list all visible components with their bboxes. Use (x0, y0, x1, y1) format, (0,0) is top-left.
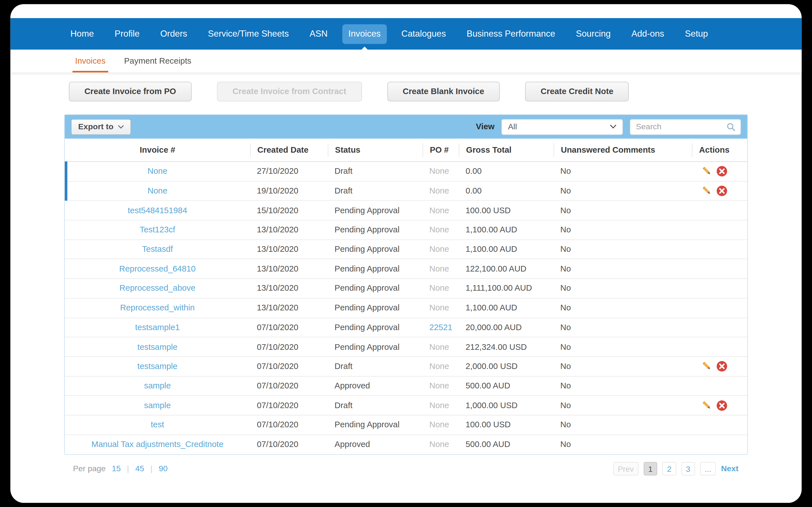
export-to-button[interactable]: Export to (71, 119, 131, 135)
invoice-link[interactable]: sample (144, 401, 171, 410)
table-row: testsample 07/10/2020 Pending Approval N… (65, 337, 748, 357)
column-header-invoice[interactable]: Invoice # (65, 144, 250, 157)
table-row: sample 07/10/2020 Approved None 500.00 A… (65, 376, 748, 396)
gross-total-cell: 212,324.00 USD (459, 342, 553, 351)
invoice-link[interactable]: Reprocessed_64810 (119, 264, 196, 274)
unanswered-comments-cell: No (553, 225, 692, 235)
create-blank-invoice-button[interactable]: Create Blank Invoice (387, 82, 500, 101)
invoice-link[interactable]: sample (144, 381, 171, 391)
po-number[interactable]: 22521 (429, 323, 453, 332)
invoice-link[interactable]: testsample1 (135, 323, 180, 332)
per-page-option-15[interactable]: 15 (112, 464, 121, 473)
nav-item-service-time-sheets[interactable]: Service/Time Sheets (202, 24, 295, 44)
invoice-link[interactable]: None (147, 167, 167, 176)
nav-item-catalogues[interactable]: Catalogues (395, 24, 452, 44)
invoice-number-cell: Reprocessed_within (65, 303, 250, 313)
edit-invoice-icon[interactable] (701, 400, 712, 411)
nav-item-business-performance[interactable]: Business Performance (460, 24, 561, 44)
per-page-option-90[interactable]: 90 (159, 464, 168, 473)
pagination-prev-button[interactable]: Prev (613, 462, 639, 476)
column-header-created-date[interactable]: Created Date (250, 144, 328, 157)
pagination-ellipsis[interactable]: ... (700, 462, 716, 476)
column-header-status[interactable]: Status (328, 144, 423, 157)
delete-invoice-icon[interactable] (716, 400, 727, 411)
per-page-option-45[interactable]: 45 (135, 464, 144, 473)
status-cell: Pending Approval (328, 323, 423, 332)
invoice-link[interactable]: test5484151984 (128, 206, 187, 215)
gross-total-cell: 1,100.00 AUD (459, 225, 553, 235)
column-header-gross-total[interactable]: Gross Total (459, 144, 553, 157)
invoice-link[interactable]: Testasdf (142, 245, 173, 254)
status-cell: Pending Approval (328, 303, 423, 313)
create-buttons-bar: Create Invoice from POCreate Invoice fro… (69, 82, 748, 101)
table-row: Reprocessed_64810 13/10/2020 Pending App… (65, 260, 748, 279)
po-number-cell: None (423, 245, 459, 254)
delete-invoice-icon[interactable] (716, 361, 727, 372)
invoice-link[interactable]: test (151, 420, 164, 430)
invoice-link[interactable]: testsample (137, 342, 177, 351)
pagination-page-2[interactable]: 2 (663, 462, 676, 476)
po-number: None (429, 225, 449, 234)
search-input[interactable] (636, 122, 726, 131)
status-cell: Pending Approval (328, 206, 423, 215)
column-header-unanswered-comments[interactable]: Unanswered Comments (553, 144, 692, 157)
create-credit-note-button[interactable]: Create Credit Note (525, 82, 629, 101)
po-number-cell: None (423, 342, 459, 351)
edit-invoice-icon[interactable] (701, 185, 712, 196)
edit-invoice-icon[interactable] (701, 361, 712, 372)
invoice-number-cell: None (65, 186, 250, 195)
status-cell: Pending Approval (328, 420, 423, 430)
invoice-link[interactable]: None (147, 186, 167, 195)
nav-item-invoices[interactable]: Invoices (342, 24, 387, 44)
invoice-link[interactable]: testsample (137, 362, 177, 371)
gross-total-cell: 0.00 (459, 167, 553, 176)
created-date-cell: 07/10/2020 (250, 342, 328, 351)
gross-total-cell: 1,111,100.00 AUD (459, 284, 553, 293)
nav-item-orders[interactable]: Orders (154, 24, 194, 44)
status-cell: Pending Approval (328, 225, 423, 235)
nav-item-sourcing[interactable]: Sourcing (570, 24, 617, 44)
search-icon[interactable] (726, 122, 736, 132)
nav-item-setup[interactable]: Setup (679, 24, 714, 44)
invoices-table-card: Export to View All (64, 114, 748, 455)
po-number: None (429, 342, 449, 351)
subnav-item-payment-receipts[interactable]: Payment Receipts (124, 50, 191, 72)
nav-item-add-ons[interactable]: Add-ons (625, 24, 670, 44)
table-header: Invoice # Created Date Status PO # Gross… (65, 138, 748, 162)
column-header-po-number[interactable]: PO # (423, 144, 459, 157)
edit-invoice-icon[interactable] (701, 166, 712, 177)
invoice-number-cell: sample (65, 381, 250, 391)
gross-total-cell: 20,000.00 AUD (459, 323, 553, 332)
nav-item-profile[interactable]: Profile (109, 24, 146, 44)
created-date-cell: 13/10/2020 (250, 284, 328, 293)
po-number-cell: None (423, 186, 459, 195)
nav-item-asn[interactable]: ASN (303, 24, 334, 44)
subnav-item-invoices[interactable]: Invoices (75, 50, 105, 72)
main-nav-items: HomeProfileOrdersService/Time SheetsASNI… (10, 24, 714, 44)
po-number: None (429, 245, 449, 253)
pagination: Prev 1 2 3 ... Next (613, 462, 739, 476)
invoice-number-cell: test5484151984 (65, 206, 250, 215)
table-row: sample 07/10/2020 Draft None 1,000.00 US… (65, 396, 748, 415)
pagination-page-1[interactable]: 1 (644, 462, 657, 476)
po-number: None (429, 206, 449, 215)
status-cell: Approved (328, 381, 423, 391)
export-to-label: Export to (78, 122, 113, 131)
invoice-link[interactable]: Test123cf (140, 225, 175, 235)
pagination-page-3[interactable]: 3 (681, 462, 695, 476)
create-invoice-from-po-button[interactable]: Create Invoice from PO (69, 82, 192, 101)
nav-item-home[interactable]: Home (64, 24, 100, 44)
gross-total-cell: 122,100.00 AUD (459, 264, 553, 274)
pagination-next-button[interactable]: Next (721, 464, 739, 473)
create-invoice-from-contract-button[interactable]: Create Invoice from Contract (217, 82, 362, 101)
invoice-number-cell: Test123cf (65, 225, 250, 235)
created-date-cell: 07/10/2020 (250, 362, 328, 371)
invoice-link[interactable]: Manual Tax adjustments_Creditnote (91, 440, 223, 449)
invoice-link[interactable]: Reprocessed_within (120, 303, 195, 313)
invoice-link[interactable]: Reprocessed_above (119, 284, 196, 293)
view-select[interactable]: All (501, 119, 623, 135)
delete-invoice-icon[interactable] (716, 166, 727, 177)
status-cell: Pending Approval (328, 264, 423, 274)
delete-invoice-icon[interactable] (716, 185, 727, 196)
actions-cell (692, 361, 748, 372)
